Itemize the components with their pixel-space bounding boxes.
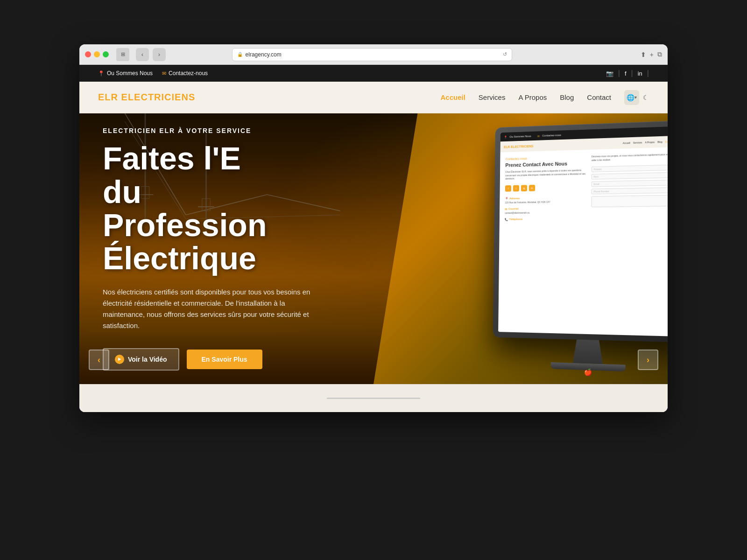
screen-left-panel: Contactez-nous Prenez Contact Avec Nous …	[504, 155, 586, 330]
screen-social-icons: f t ig in	[505, 183, 586, 191]
hero-title-line4: Électrique	[103, 240, 256, 276]
screen-address-block: 📍 Adresse 123 Rue de l'industrie, Montré…	[505, 196, 586, 203]
browser-actions: ⬆ + ⧉	[641, 50, 662, 58]
screen-details-field	[591, 195, 668, 208]
screen-phone-label: 📞 Téléphone	[505, 217, 585, 221]
hero-title-line1: Faites l'E	[103, 140, 241, 176]
screen-phone-icon: 📞	[505, 217, 508, 221]
screen-phone-block: 📞 Téléphone	[505, 217, 585, 221]
screen-contact-title: Prenez Contact Avec Nous	[505, 161, 586, 168]
nav-services[interactable]: Services	[479, 93, 506, 101]
screen-right-desc: Décrivez-nous vos projets, et nous vous …	[592, 153, 668, 162]
location-item[interactable]: 📍 Ou Sommes Nous	[98, 70, 153, 77]
screen-prenom-field: Prénom	[592, 165, 668, 172]
screen-nav-contact: Contact	[665, 140, 668, 143]
new-tab-button[interactable]: +	[650, 51, 654, 58]
screen-contact-desc: Chez Électricien ELR, nous sommes prêts …	[505, 168, 586, 181]
browser-window: ⊞ ‹ › 🔒 elragency.com ↺ ⬆ + ⧉ 📍 Ou	[79, 44, 668, 412]
tabs-button[interactable]: ⧉	[657, 50, 662, 58]
linkedin-icon[interactable]: in	[638, 70, 642, 77]
sidebar-toggle-icon[interactable]: ⊞	[116, 48, 129, 61]
top-bar: 📍 Ou Sommes Nous ✉ Contactez-nous 📷 | f …	[79, 65, 668, 82]
screen-location-label: Ou Sommes Nous	[509, 135, 531, 138]
email-icon: ✉	[162, 70, 166, 77]
nav-accueil[interactable]: Accueil	[441, 93, 465, 101]
monitor-stand	[569, 339, 606, 364]
facebook-icon[interactable]: f	[625, 70, 627, 77]
screen-fb-icon: f	[505, 185, 511, 192]
forward-button[interactable]: ›	[153, 48, 166, 61]
bottom-teaser	[79, 384, 668, 412]
divider1: |	[618, 69, 620, 77]
video-button-label: Voir la Vidéo	[128, 356, 167, 363]
monitor-mockup: 📍 Ou Sommes Nous ✉ Contactez-nous ELR EL…	[493, 120, 668, 380]
screen-prenom-placeholder: Prénom	[594, 168, 602, 170]
screen-topbar-text2: ✉	[537, 134, 540, 138]
bottom-line	[327, 398, 420, 399]
website-content: 📍 Ou Sommes Nous ✉ Contactez-nous 📷 | f …	[79, 65, 668, 412]
screen-phone-placeholder: Phone Number	[593, 190, 609, 193]
screen-contact-topbar: Contactez-nous	[542, 133, 561, 137]
reload-button[interactable]: ↺	[503, 51, 507, 57]
language-button[interactable]: 🌐 ▾	[624, 90, 639, 105]
screen-right-panel: Décrivez-nous vos projets, et nous vous …	[591, 153, 668, 332]
nav-links: Accueil Services A Propos Blog Contact 🌐…	[441, 90, 649, 105]
nav-blog[interactable]: Blog	[560, 93, 574, 101]
browser-titlebar: ⊞ ‹ › 🔒 elragency.com ↺ ⬆ + ⧉	[79, 44, 668, 65]
location-label: Ou Sommes Nous	[107, 70, 153, 77]
maximize-button[interactable]	[103, 51, 109, 57]
url-bar[interactable]: 🔒 elragency.com ↺	[232, 48, 512, 61]
screen-main-content: Contactez-nous Prenez Contact Avec Nous …	[498, 147, 668, 337]
screen-ig-icon: ig	[521, 185, 527, 191]
close-button[interactable]	[85, 51, 91, 57]
hero-title: Faites l'E du Profession Électrique	[103, 142, 384, 275]
screen-pin-icon: 📍	[505, 197, 508, 200]
prev-arrow[interactable]: ‹	[89, 350, 109, 370]
instagram-icon[interactable]: 📷	[606, 70, 613, 77]
screen-contact-link: Contactez-nous	[506, 155, 586, 161]
theme-toggle[interactable]: ☾	[643, 94, 649, 101]
screen-topbar-text1: 📍	[504, 135, 507, 139]
back-button[interactable]: ‹	[136, 48, 149, 61]
screen-nom-field: Nom	[592, 172, 668, 180]
hero-content: ELECTRICIEN ELR À VOTRE SERVICE Faites l…	[79, 113, 403, 384]
hero-title-line3: Profession	[103, 207, 267, 243]
screen-email-label: ✉ Courriel	[505, 206, 585, 210]
screen-email-icon: ✉	[505, 207, 507, 210]
screen-nav-accueil: Accueil	[623, 141, 630, 144]
screen-email-block: ✉ Courriel contact@electricienelr.ca	[505, 206, 585, 214]
site-logo[interactable]: ELR ELECTRICIENS	[98, 92, 195, 103]
top-bar-left: 📍 Ou Sommes Nous ✉ Contactez-nous	[98, 70, 208, 77]
screen-address-val: 123 Rue de l'industrie, Montréal, QC H2K…	[505, 200, 586, 203]
screen-logo: ELR ELECTRICIENS	[504, 144, 533, 148]
nav-icons: 🌐 ▾ ☾	[624, 90, 649, 105]
screen-li-icon: in	[529, 185, 535, 191]
share-button[interactable]: ⬆	[641, 51, 646, 58]
next-arrow[interactable]: ›	[638, 350, 658, 370]
monitor-screen: 📍 Ou Sommes Nous ✉ Contactez-nous ELR EL…	[498, 126, 668, 336]
monitor-frame: 📍 Ou Sommes Nous ✉ Contactez-nous ELR EL…	[493, 120, 668, 343]
screen-email-placeholder: Email	[594, 182, 599, 185]
nav-apropos[interactable]: A Propos	[518, 93, 547, 101]
hero-title-line2: du	[103, 174, 141, 210]
screen-email-val: contact@electricienelr.ca	[505, 210, 585, 214]
screen-phone-field: Phone Number	[591, 187, 668, 194]
hero-description: Nos électriciens certifiés sont disponib…	[103, 287, 327, 331]
url-text: elragency.com	[246, 51, 282, 58]
screen-nom-placeholder: Nom	[594, 175, 599, 178]
screen-email-field: Email	[592, 180, 668, 187]
screen-tw-icon: t	[513, 185, 519, 191]
screen-nav-links: Accueil Services A Propos Blog Contact ⚙	[623, 140, 668, 145]
primary-button[interactable]: En Savoir Plus	[187, 350, 262, 369]
screen-address-label: 📍 Adresse	[505, 196, 586, 200]
hero-subtitle: ELECTRICIEN ELR À VOTRE SERVICE	[103, 127, 384, 134]
contact-label: Contactez-nous	[169, 70, 208, 77]
minimize-button[interactable]	[94, 51, 100, 57]
contact-item[interactable]: ✉ Contactez-nous	[162, 70, 208, 77]
video-button[interactable]: ▶ Voir la Vidéo	[103, 348, 179, 371]
top-bar-social: 📷 | f | in |	[606, 69, 649, 77]
hero-section: ELECTRICIEN ELR À VOTRE SERVICE Faites l…	[79, 113, 668, 384]
screen-nav-services: Services	[633, 141, 642, 144]
nav-contact[interactable]: Contact	[587, 93, 611, 101]
divider2: |	[631, 69, 633, 77]
